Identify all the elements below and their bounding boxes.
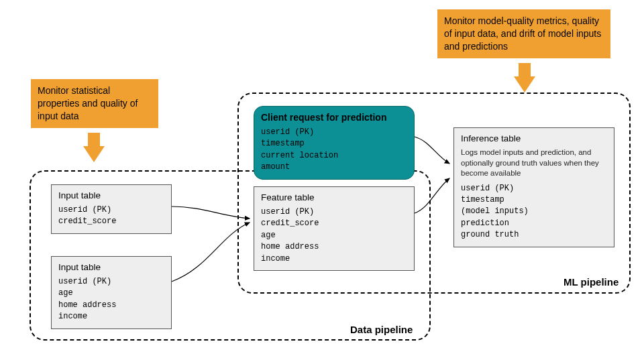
inference-table-subtitle: Logs model inputs and prediction, and op… <box>461 147 607 179</box>
input-table-2-title: Input table <box>58 262 164 272</box>
inference-table-title: Inference table <box>461 133 607 143</box>
client-request: Client request for prediction userid (PK… <box>254 106 415 180</box>
input-table-1-title: Input table <box>58 190 164 200</box>
callout-monitor-model: Monitor model-quality metrics, quality o… <box>437 9 610 58</box>
callout-arrow-right <box>514 76 535 93</box>
callout-arrow-left <box>83 146 105 162</box>
input-table-2-fields: userid (PK) age home address income <box>58 276 164 323</box>
input-table-1-fields: userid (PK) credit_score <box>58 204 164 228</box>
feature-table-title: Feature table <box>261 192 407 202</box>
client-request-fields: userid (PK) timestamp current location a… <box>261 127 407 174</box>
feature-table-fields: userid (PK) credit_score age home addres… <box>261 206 407 265</box>
input-table-1: Input table userid (PK) credit_score <box>51 184 172 234</box>
ml-pipeline-label: ML pipeline <box>564 276 619 288</box>
data-pipeline-label: Data pipeline <box>350 324 413 335</box>
client-request-title: Client request for prediction <box>261 112 407 123</box>
input-table-2: Input table userid (PK) age home address… <box>51 256 172 329</box>
inference-table: Inference table Logs model inputs and pr… <box>453 127 614 247</box>
feature-table: Feature table userid (PK) credit_score a… <box>254 186 415 271</box>
callout-monitor-input: Monitor statistical properties and quali… <box>31 79 158 128</box>
inference-table-fields: userid (PK) timestamp (model inputs) pre… <box>461 183 607 241</box>
